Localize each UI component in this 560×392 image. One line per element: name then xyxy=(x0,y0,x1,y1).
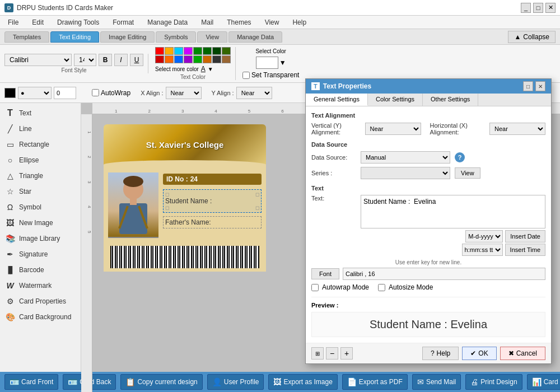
sidebar-item-signature[interactable]: ✒ Signature xyxy=(0,246,81,262)
swatch-orange[interactable] xyxy=(165,47,174,55)
fit-zoom-btn[interactable]: ⊞ xyxy=(311,347,324,360)
swatch-green1[interactable] xyxy=(193,47,202,55)
color-preview[interactable] xyxy=(256,57,278,69)
line-color-dot[interactable] xyxy=(4,88,16,98)
help-question-icon[interactable]: ? xyxy=(455,152,465,162)
sidebar-item-text[interactable]: T Text xyxy=(0,105,81,121)
y-align-select[interactable]: NearCenterFar xyxy=(236,87,272,99)
tab-manage-data[interactable]: Manage Data xyxy=(228,31,282,43)
swatch-darkgray[interactable] xyxy=(212,55,221,63)
set-transparent-label[interactable]: Set Transparent xyxy=(242,71,299,79)
set-transparent-checkbox[interactable] xyxy=(242,72,250,79)
underline-button[interactable]: U xyxy=(130,54,143,66)
menu-mail[interactable]: Mail xyxy=(198,17,217,27)
autosize-mode-label[interactable]: Autosize Mode xyxy=(378,283,433,291)
series-select[interactable] xyxy=(361,167,450,179)
swatch-cyan[interactable] xyxy=(174,47,183,55)
dlg-tab-color[interactable]: Color Settings xyxy=(368,94,423,106)
user-profile-btn[interactable]: 👤 User Profile xyxy=(207,374,264,390)
sidebar-item-barcode[interactable]: ▐▌ Barcode xyxy=(0,262,81,278)
tab-symbols[interactable]: Symbols xyxy=(156,31,196,43)
swatch-purple[interactable] xyxy=(184,47,193,55)
menu-file[interactable]: File xyxy=(4,17,22,27)
collapse-button[interactable]: ▲ Collapse xyxy=(508,31,556,43)
zoom-in-btn[interactable]: + xyxy=(340,347,353,360)
close-btn[interactable]: ✕ xyxy=(545,3,556,13)
bold-button[interactable]: B xyxy=(99,54,112,66)
menu-manage-data[interactable]: Manage Data xyxy=(144,17,191,27)
send-mail-btn[interactable]: ✉ Send Mail xyxy=(412,374,461,390)
x-align-select[interactable]: NearCenterFar xyxy=(166,87,202,99)
line-color-select[interactable]: ● xyxy=(18,87,52,99)
vertical-align-select[interactable]: NearCenterFar xyxy=(365,123,421,135)
title-controls[interactable]: _ □ ✕ xyxy=(521,3,556,13)
line-width-input[interactable] xyxy=(54,87,76,99)
sidebar-item-card-background[interactable]: 🎨 Card Background xyxy=(0,309,81,325)
insert-time-button[interactable]: Insert Time xyxy=(505,244,545,256)
cancel-button[interactable]: ✖ Cancel xyxy=(500,347,545,360)
sidebar-item-new-image[interactable]: 🖼 New Image xyxy=(0,215,81,231)
swatch-green3[interactable] xyxy=(212,47,221,55)
swatch-tan[interactable] xyxy=(222,55,231,63)
export-pdf-btn[interactable]: 📄 Export as PDF xyxy=(342,374,408,390)
color-dropdown-arrow[interactable]: ▼ xyxy=(279,59,286,67)
sidebar-item-ellipse[interactable]: ○ Ellipse xyxy=(0,152,81,168)
sidebar-item-symbol[interactable]: Ω Symbol xyxy=(0,199,81,215)
swatch-olive[interactable] xyxy=(222,47,231,55)
copy-design-btn[interactable]: 📋 Copy current design xyxy=(120,374,202,390)
ok-button[interactable]: ✔ OK xyxy=(462,347,496,360)
swatch-red[interactable] xyxy=(155,47,164,55)
swatch-medgreen[interactable] xyxy=(193,55,202,63)
dialog-close-btn[interactable]: ✕ xyxy=(535,81,545,91)
horizontal-align-select[interactable]: NearCenterFar xyxy=(489,123,545,135)
sidebar-item-triangle[interactable]: △ Triangle xyxy=(0,168,81,184)
insert-date-button[interactable]: Insert Date xyxy=(505,230,545,242)
swatch-darkpurple[interactable] xyxy=(184,55,193,63)
autowrap-mode-checkbox[interactable] xyxy=(311,284,319,291)
maximize-btn[interactable]: □ xyxy=(533,3,543,13)
export-image-btn[interactable]: 🖼 Export as Image xyxy=(268,374,337,390)
swatch-brown[interactable] xyxy=(203,55,212,63)
menu-themes[interactable]: Themes xyxy=(223,17,254,27)
dialog-restore-btn[interactable]: □ xyxy=(523,81,533,91)
tab-templates[interactable]: Templates xyxy=(4,31,49,43)
card-batch-btn[interactable]: 📊 Card Batch Data xyxy=(527,374,560,390)
date-format-select[interactable]: M-d-yyyy xyxy=(465,230,503,242)
font-name-select[interactable]: Calibri xyxy=(4,54,72,66)
print-design-btn[interactable]: 🖨 Print Design xyxy=(465,374,522,390)
sidebar-item-image-library[interactable]: 📚 Image Library xyxy=(0,231,81,246)
swatch-darkorange[interactable] xyxy=(165,55,174,63)
help-button[interactable]: ? Help xyxy=(422,347,459,360)
sidebar-item-watermark[interactable]: W Watermark xyxy=(0,278,81,293)
font-value-input[interactable] xyxy=(343,268,545,280)
swatch-darkred[interactable] xyxy=(155,55,164,63)
swatch-green2[interactable] xyxy=(203,47,212,55)
italic-button[interactable]: I xyxy=(114,54,128,66)
card-front-btn[interactable]: 🪪 Card Front xyxy=(4,374,58,390)
sidebar-item-line[interactable]: ╱ Line xyxy=(0,121,81,137)
sidebar-item-card-properties[interactable]: ⚙ Card Properties xyxy=(0,293,81,309)
menu-format[interactable]: Format xyxy=(109,17,137,27)
text-textarea[interactable]: Student Name : Evelina xyxy=(361,195,545,228)
menu-help[interactable]: Help xyxy=(289,17,310,27)
zoom-out-btn[interactable]: − xyxy=(326,347,338,360)
sidebar-item-rectangle[interactable]: ▭ Rectangle xyxy=(0,137,81,152)
card-student-name-field[interactable]: ◻◻ Student Name : ◻◻ xyxy=(163,189,262,213)
dlg-tab-general[interactable]: General Settings xyxy=(306,94,368,106)
font-size-select[interactable]: 14 xyxy=(74,54,96,66)
autowrap-label[interactable]: AutoWrap xyxy=(92,89,130,97)
tab-view[interactable]: View xyxy=(197,31,227,43)
swatch-blue[interactable] xyxy=(174,55,183,63)
data-source-select[interactable]: Manual xyxy=(361,151,450,164)
view-button[interactable]: View xyxy=(455,167,480,179)
minimize-btn[interactable]: _ xyxy=(521,3,531,13)
autowrap-mode-label[interactable]: Autowrap Mode xyxy=(311,283,369,291)
id-card[interactable]: St. Xavier's College xyxy=(104,124,266,337)
autosize-mode-checkbox[interactable] xyxy=(378,284,385,291)
menu-view[interactable]: View xyxy=(262,17,283,27)
tab-text-editing[interactable]: Text Editing xyxy=(50,31,99,43)
font-button[interactable]: Font xyxy=(311,268,339,279)
sidebar-item-star[interactable]: ☆ Star xyxy=(0,184,81,199)
color-underline-icon[interactable]: A xyxy=(201,65,206,73)
time-format-select[interactable]: h:mm:ss tt xyxy=(462,244,503,256)
